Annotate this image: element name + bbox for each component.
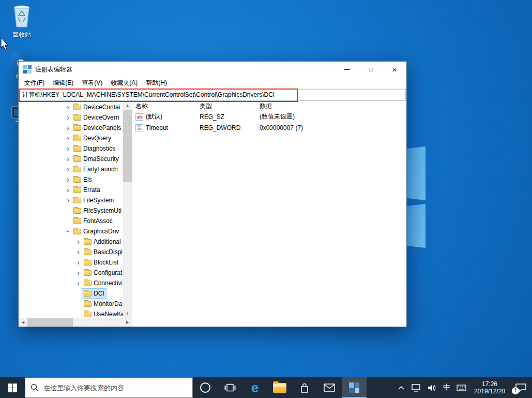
expander-icon[interactable]: › xyxy=(64,114,72,121)
registry-value-row[interactable]: ab (默认) REG_SZ (数值未设置) xyxy=(132,111,406,122)
tray-volume[interactable] xyxy=(424,377,440,398)
taskbar-task-view[interactable] xyxy=(218,377,242,398)
tree-item[interactable]: › DevQuery xyxy=(19,133,123,143)
folder-icon xyxy=(73,218,81,224)
vertical-scroll-thumb[interactable] xyxy=(123,110,132,182)
folder-icon xyxy=(84,281,92,286)
tree-item[interactable]: › EarlyLaunch xyxy=(19,164,123,174)
minimize-button[interactable]: — xyxy=(335,62,359,77)
registry-value-row[interactable]: 011 110 Timeout REG_DWORD 0x00000007 (7) xyxy=(132,122,406,133)
tray-clock[interactable]: 17:26 2019/12/20 xyxy=(469,377,510,398)
tree-item-label: DmaSecurity xyxy=(83,155,119,163)
value-pane: 名称 类型 数据 ab (默认) REG_SZ (数值未设置) 011 110 … xyxy=(132,101,406,327)
value-name: (默认) xyxy=(146,112,162,121)
expander-icon[interactable]: › xyxy=(74,248,82,256)
tree-vertical-scrollbar[interactable]: ▲ ▼ xyxy=(123,101,132,318)
taskbar-regedit[interactable] xyxy=(342,377,367,398)
tree-item-label: Configurat xyxy=(94,269,122,276)
menu-edit[interactable]: 编辑(E) xyxy=(49,79,78,87)
horizontal-scroll-thumb[interactable] xyxy=(27,318,73,327)
scroll-right-icon[interactable]: ▶ xyxy=(123,318,132,327)
tree-item[interactable]: › Errata xyxy=(19,185,123,195)
tree-item[interactable]: › BasicDispl xyxy=(19,247,123,257)
expander-icon[interactable]: › xyxy=(74,269,82,276)
close-button[interactable]: × xyxy=(383,62,406,77)
tray-network[interactable] xyxy=(408,377,424,398)
scroll-up-icon[interactable]: ▲ xyxy=(123,101,132,110)
desktop-icon-recycle-bin[interactable]: 回收站 xyxy=(5,3,38,38)
search-input[interactable] xyxy=(43,384,187,392)
tree-item[interactable]: FileSystemUti xyxy=(19,205,123,216)
folder-icon xyxy=(84,270,92,276)
expander-icon[interactable]: › xyxy=(64,124,72,131)
tree-horizontal-scrollbar[interactable]: ◀ ▶ xyxy=(19,318,132,327)
tray-action-center[interactable]: 1 xyxy=(510,377,532,398)
menu-file[interactable]: 文件(F) xyxy=(20,79,49,87)
start-button[interactable] xyxy=(0,377,25,398)
tree-item[interactable]: › Configurat xyxy=(19,268,123,278)
tray-touch-keyboard[interactable] xyxy=(453,377,469,398)
address-input[interactable]: 计算机\HKEY_LOCAL_MACHINE\SYSTEM\CurrentCon… xyxy=(19,89,406,100)
expander-icon[interactable]: › xyxy=(64,176,72,183)
tree-item-label: DeviceContai xyxy=(83,104,120,111)
tree-item[interactable]: › DeviceContai xyxy=(19,102,123,112)
tree-item[interactable]: › DeviceOverri xyxy=(19,112,123,123)
expander-icon[interactable]: › xyxy=(64,145,72,152)
menu-view[interactable]: 查看(V) xyxy=(78,79,107,87)
titlebar[interactable]: 注册表编辑器 — □ × xyxy=(19,62,406,77)
menu-favorites[interactable]: 收藏夹(A) xyxy=(107,79,142,87)
tree-pane: › DeviceContai › DeviceOverri › DevicePa… xyxy=(19,101,132,327)
folder-icon xyxy=(84,239,92,245)
tree-item-label: Errata xyxy=(83,186,100,194)
maximize-button[interactable]: □ xyxy=(359,62,383,77)
tree-item-label: GraphicsDriv xyxy=(83,228,119,235)
tree-item[interactable]: FontAssoc xyxy=(19,216,123,226)
taskbar-search[interactable] xyxy=(25,377,193,398)
edge-icon: e xyxy=(251,380,259,396)
column-header-type[interactable]: 类型 xyxy=(196,101,256,111)
folder-icon xyxy=(73,105,81,110)
tray-ime-indicator[interactable]: 中 xyxy=(440,377,453,398)
value-type-icon: 011 110 xyxy=(135,124,143,131)
expander-icon[interactable]: › xyxy=(74,238,82,245)
tree-item[interactable]: › DevicePanels xyxy=(19,123,123,133)
chevron-up-icon xyxy=(398,386,405,390)
expander-icon[interactable]: › xyxy=(74,279,82,287)
tree-item[interactable]: › BlockList xyxy=(19,257,123,268)
tree-item[interactable]: DCI xyxy=(19,288,123,299)
tree-item-label: FileSystemUti xyxy=(83,207,121,214)
tree-item[interactable]: › Els xyxy=(19,174,123,185)
expander-icon[interactable]: › xyxy=(64,186,72,194)
tree-item[interactable]: MonitorDa xyxy=(19,299,123,309)
tree-item-label: Els xyxy=(83,176,92,183)
tray-show-hidden-icons[interactable] xyxy=(394,377,408,398)
column-header-data[interactable]: 数据 xyxy=(256,101,406,111)
taskbar-edge[interactable]: e xyxy=(242,377,267,398)
taskbar-file-explorer[interactable] xyxy=(267,377,292,398)
folder-icon xyxy=(73,198,81,203)
tree-item[interactable]: › FileSystem xyxy=(19,195,123,205)
column-header-name[interactable]: 名称 xyxy=(132,101,196,111)
expander-icon[interactable]: › xyxy=(64,166,72,173)
tree-item[interactable]: UseNewKe xyxy=(19,309,123,318)
scroll-left-icon[interactable]: ◀ xyxy=(19,318,27,327)
task-view-icon xyxy=(224,384,236,392)
taskbar-cortana[interactable] xyxy=(193,377,218,398)
regedit-app-icon xyxy=(23,65,32,73)
expander-icon[interactable]: › xyxy=(65,228,72,235)
tree-item[interactable]: › Diagnostics xyxy=(19,143,123,154)
tree-item[interactable]: › GraphicsDriv xyxy=(19,226,123,237)
taskbar-store[interactable] xyxy=(292,377,317,398)
tree-item[interactable]: › Connectivi xyxy=(19,278,123,288)
menu-help[interactable]: 帮助(H) xyxy=(142,79,171,87)
tree-item-label: FileSystem xyxy=(83,197,114,204)
expander-icon[interactable]: › xyxy=(64,197,72,204)
scroll-down-icon[interactable]: ▼ xyxy=(123,309,132,318)
tree-item[interactable]: › DmaSecurity xyxy=(19,154,123,164)
expander-icon[interactable]: › xyxy=(64,135,72,142)
tree-item[interactable]: › Additional xyxy=(19,237,123,247)
expander-icon[interactable]: › xyxy=(64,155,72,163)
expander-icon[interactable]: › xyxy=(64,104,72,111)
expander-icon[interactable]: › xyxy=(74,259,82,266)
taskbar-mail[interactable] xyxy=(317,377,342,398)
